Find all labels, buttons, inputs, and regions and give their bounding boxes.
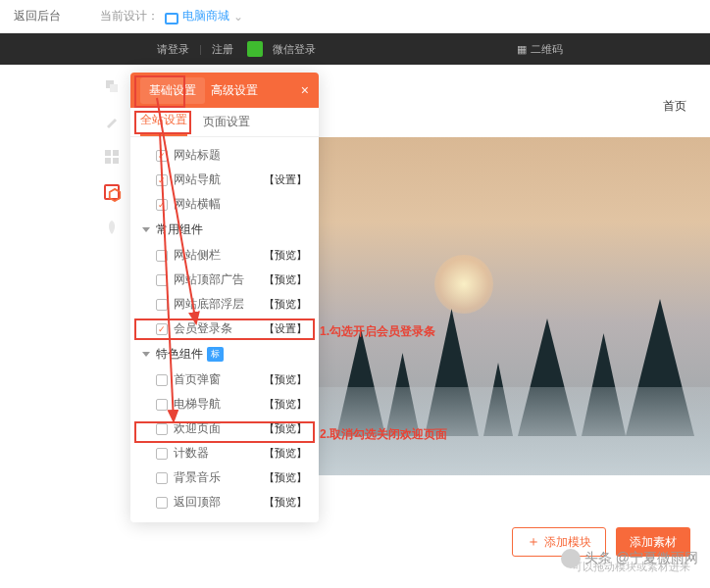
tab-basic-settings[interactable]: 基础设置 xyxy=(140,77,205,104)
subtab-page[interactable]: 页面设置 xyxy=(203,114,250,136)
preview-action[interactable]: 【预览】 xyxy=(264,297,307,312)
preview-action[interactable]: 【预览】 xyxy=(264,446,307,461)
settings-icon-active[interactable] xyxy=(104,184,120,200)
design-dropdown[interactable]: 电脑商城 xyxy=(182,8,229,24)
checkbox[interactable] xyxy=(156,497,168,509)
triangle-down-icon xyxy=(142,352,150,357)
svg-rect-3 xyxy=(113,150,119,156)
tool-sidebar xyxy=(98,78,126,235)
checkbox[interactable] xyxy=(156,299,168,311)
preview-top-bar: 请登录 | 注册 微信登录 ▦ 二维码 xyxy=(0,33,710,65)
preview-action[interactable]: 【预览】 xyxy=(264,372,307,387)
row-welcome[interactable]: 欢迎页面【预览】 xyxy=(130,416,319,441)
monitor-icon xyxy=(165,13,178,24)
annotation-2: 2.取消勾选关闭欢迎页面 xyxy=(320,426,447,443)
close-icon[interactable]: × xyxy=(301,82,309,98)
avatar-icon xyxy=(561,549,581,568)
svg-rect-2 xyxy=(105,150,111,156)
row-bgm[interactable]: 背景音乐【预览】 xyxy=(130,466,319,490)
qrcode-icon: ▦ xyxy=(517,43,527,56)
top-bar: 返回后台 当前设计： 电脑商城 ⌄ xyxy=(0,0,710,33)
preview-action[interactable]: 【预览】 xyxy=(264,421,307,436)
row-sidebar[interactable]: 网站侧栏【预览】 xyxy=(130,243,319,268)
preview-action[interactable]: 【预览】 xyxy=(264,248,307,263)
back-link[interactable]: 返回后台 xyxy=(14,8,61,24)
wechat-login-link[interactable]: 微信登录 xyxy=(273,42,316,57)
rocket-icon[interactable] xyxy=(104,220,120,235)
current-design-label: 当前设计： xyxy=(100,8,159,24)
settings-action[interactable]: 【设置】 xyxy=(264,321,307,336)
annotation-1: 1.勾选开启会员登录条 xyxy=(320,323,435,340)
checkbox[interactable] xyxy=(156,199,168,211)
brush-icon[interactable] xyxy=(104,114,120,129)
row-popup[interactable]: 首页弹窗【预览】 xyxy=(130,368,319,392)
sub-tabs: 全站设置 页面设置 xyxy=(130,108,319,137)
tab-advanced-settings[interactable]: 高级设置 xyxy=(211,82,258,99)
watermark: 头条 @宁夏微雨网 xyxy=(561,549,698,568)
qrcode-link[interactable]: 二维码 xyxy=(531,42,563,57)
group-common[interactable]: 常用组件 xyxy=(130,217,319,243)
checkbox[interactable] xyxy=(156,472,168,484)
row-counter[interactable]: 计数器【预览】 xyxy=(130,441,319,466)
row-site-nav[interactable]: 网站导航【设置】 xyxy=(130,168,319,192)
group-special[interactable]: 特色组件标 xyxy=(130,341,319,368)
register-link[interactable]: 注册 xyxy=(212,42,233,57)
wechat-icon[interactable] xyxy=(247,41,263,57)
preview-action[interactable]: 【预览】 xyxy=(264,272,307,287)
plus-icon: ＋ xyxy=(527,533,540,551)
panel-header: 基础设置 高级设置 × xyxy=(130,73,319,108)
layers-icon[interactable] xyxy=(104,78,120,94)
subtab-site[interactable]: 全站设置 xyxy=(140,112,187,136)
checkbox[interactable] xyxy=(156,323,168,335)
row-site-banner[interactable]: 网站横幅 xyxy=(130,192,319,217)
checkbox[interactable] xyxy=(156,274,168,286)
chevron-down-icon: ⌄ xyxy=(233,10,243,24)
row-elevator[interactable]: 电梯导航【预览】 xyxy=(130,392,319,416)
svg-marker-6 xyxy=(110,189,121,201)
checkbox[interactable] xyxy=(156,174,168,186)
checkbox[interactable] xyxy=(156,150,168,162)
grid-icon[interactable] xyxy=(104,149,120,165)
preview-action[interactable]: 【预览】 xyxy=(264,495,307,510)
login-link[interactable]: 请登录 xyxy=(157,42,189,57)
checkbox[interactable] xyxy=(156,448,168,460)
svg-rect-1 xyxy=(110,84,118,92)
checkbox[interactable] xyxy=(156,423,168,435)
row-top-ad[interactable]: 网站顶部广告【预览】 xyxy=(130,268,319,292)
badge: 标 xyxy=(207,347,224,362)
preview-action[interactable]: 【预览】 xyxy=(264,470,307,485)
row-bottom-float[interactable]: 网站底部浮层【预览】 xyxy=(130,292,319,317)
row-back-top[interactable]: 返回顶部【预览】 xyxy=(130,490,319,514)
nav-home[interactable]: 首页 xyxy=(663,98,686,115)
row-site-title[interactable]: 网站标题 xyxy=(130,143,319,168)
checkbox[interactable] xyxy=(156,250,168,262)
preview-action[interactable]: 【预览】 xyxy=(264,397,307,412)
row-login-bar[interactable]: 会员登录条【设置】 xyxy=(130,317,319,341)
checkbox[interactable] xyxy=(156,399,168,411)
triangle-down-icon xyxy=(142,227,150,232)
settings-action[interactable]: 【设置】 xyxy=(264,172,307,187)
settings-panel: 基础设置 高级设置 × 全站设置 页面设置 网站标题 网站导航【设置】 网站横幅… xyxy=(130,73,319,522)
svg-rect-5 xyxy=(113,158,119,164)
checkbox[interactable] xyxy=(156,374,168,386)
svg-rect-4 xyxy=(105,158,111,164)
